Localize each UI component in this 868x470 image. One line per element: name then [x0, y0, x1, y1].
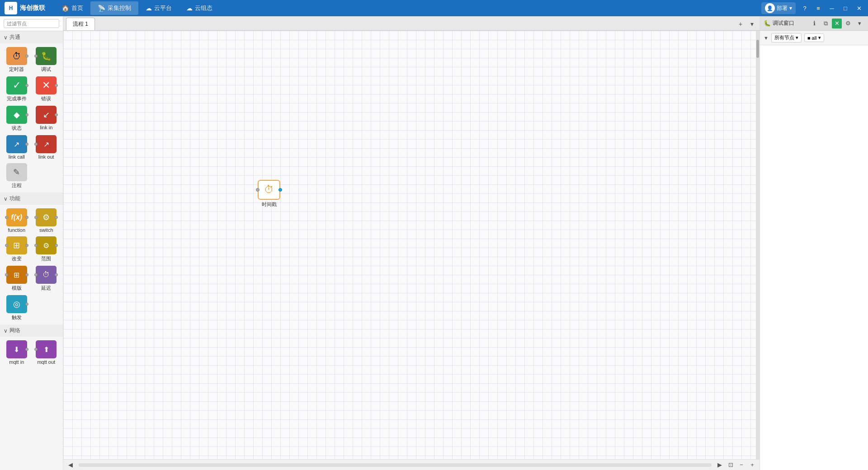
link-call-dot-right — [25, 143, 28, 146]
node-trigger[interactable]: ◎ 触发 — [2, 293, 32, 323]
timer-dot-right — [25, 55, 28, 58]
node-trigger-icon: ◎ — [6, 295, 27, 313]
node-timer[interactable]: ⏱ 定时器 — [2, 45, 32, 75]
window-minimize-button[interactable]: ─ — [827, 4, 836, 13]
debug-clear-button[interactable]: ✕ — [832, 19, 842, 28]
debug-info-button[interactable]: ℹ — [809, 19, 819, 28]
trigger-dot-right — [25, 303, 28, 306]
network-nodes-grid: ⬇ mqtt in ⬆ mqtt out — [0, 337, 63, 368]
node-complete-label: 完成事件 — [7, 95, 27, 102]
scroll-right-button[interactable]: ▶ — [715, 461, 724, 470]
node-range-icon: ⚙ — [36, 236, 57, 254]
user-area[interactable]: 👤 部署 ▾ — [761, 2, 796, 14]
canvas-node-timestamp-label: 时间戳 — [262, 201, 277, 208]
filter-dropdown-icon: ▾ — [796, 35, 798, 41]
range-dot-right — [55, 244, 58, 247]
node-range-label: 范围 — [41, 255, 51, 262]
home-icon: 🏠 — [61, 5, 69, 12]
node-range[interactable]: ⚙ 范围 — [32, 235, 61, 264]
canvas-node-timestamp-icon: ⏱ — [258, 180, 280, 200]
node-template-label: 模版 — [12, 285, 22, 291]
error-dot-right — [55, 84, 58, 87]
tab-actions: + ▾ — [736, 19, 757, 30]
node-comment-label: 注程 — [12, 182, 22, 189]
status-dot-right — [25, 113, 28, 117]
window-close-button[interactable]: ✕ — [854, 4, 863, 13]
node-template[interactable]: ⊞ 模版 — [2, 264, 32, 293]
node-delay-label: 延迟 — [41, 285, 51, 291]
window-maximize-button[interactable]: □ — [841, 4, 850, 13]
switch-dot-left — [34, 216, 38, 219]
search-input[interactable] — [4, 19, 59, 28]
node-debug[interactable]: 🐛 调试 — [32, 45, 61, 75]
canvas-vertical-scrollbar[interactable] — [756, 31, 760, 459]
node-switch[interactable]: ⚙ switch — [32, 207, 61, 235]
node-delay[interactable]: ⏱ 延迟 — [32, 264, 61, 293]
node-mqtt-in-icon: ⬇ — [6, 340, 27, 358]
category-function[interactable]: ∨ 功能 — [0, 193, 63, 205]
right-panel-content — [760, 45, 868, 470]
debug-more-button[interactable]: ▾ — [854, 19, 864, 28]
nav-home[interactable]: 🏠 首页 — [54, 1, 90, 15]
top-nav: H 海创微联 🏠 首页 📡 采集控制 ☁ 云平台 ☁ 云组态 👤 部署 ▾ ? … — [0, 0, 868, 16]
filter-icon: ▼ — [764, 35, 769, 41]
node-function-icon: f(x) — [6, 208, 27, 226]
tab-bar: 流程 1 + ▾ — [63, 16, 760, 31]
node-mqtt-in[interactable]: ⬇ mqtt in — [2, 338, 32, 367]
horizontal-scrollbar[interactable] — [79, 463, 712, 467]
logo-icon: H — [5, 2, 17, 14]
node-link-call[interactable]: ↗ link call — [2, 133, 32, 161]
nav-cloud-state[interactable]: ☁ 云组态 — [179, 1, 220, 15]
node-link-out[interactable]: ↗ link out — [32, 133, 61, 161]
node-status-label: 状态 — [12, 125, 22, 132]
category-common[interactable]: ∨ 共通 — [0, 31, 63, 43]
nav-collect[interactable]: 📡 采集控制 — [90, 1, 138, 15]
filter-all-dropdown-icon: ▾ — [818, 35, 821, 41]
canvas-node-timestamp-dot-left — [256, 188, 259, 192]
tab-flow1[interactable]: 流程 1 — [66, 18, 95, 30]
node-link-in-icon: ↙ — [36, 106, 57, 124]
debug-panel-icon: 🐛 — [764, 20, 771, 27]
node-status-icon: ◆ — [6, 106, 27, 124]
node-switch-icon: ⚙ — [36, 208, 57, 226]
debug-settings-button[interactable]: ⚙ — [843, 19, 853, 28]
node-debug-icon: 🐛 — [36, 47, 57, 65]
node-link-out-icon: ↗ — [36, 135, 57, 153]
category-function-chevron: ∨ — [4, 196, 8, 202]
node-change-label: 改变 — [12, 255, 22, 262]
canvas-node-timestamp[interactable]: ⏱ 时间戳 — [258, 180, 280, 208]
node-trigger-label: 触发 — [12, 314, 22, 321]
filter-all-button[interactable]: ■ all ▾ — [804, 33, 824, 42]
node-function[interactable]: f(x) function — [2, 207, 32, 235]
add-tab-button[interactable]: + — [736, 19, 745, 29]
node-comment[interactable]: ✎ 注程 — [2, 161, 32, 191]
zoom-in-button[interactable]: + — [748, 461, 757, 470]
node-error[interactable]: ✕ 错误 — [32, 75, 61, 104]
user-name: 部署 — [777, 5, 788, 12]
switch-dot-right — [55, 216, 58, 219]
debug-panel-title: 🐛 调试窗口 — [764, 19, 794, 27]
node-status[interactable]: ◆ 状态 — [2, 104, 32, 133]
user-dropdown-icon: ▾ — [789, 5, 792, 11]
canvas-area[interactable]: ⏱ 时间戳 — [63, 31, 760, 459]
range-dot-left — [34, 244, 38, 247]
node-switch-label: switch — [39, 227, 53, 233]
node-change[interactable]: ⊞ 改变 — [2, 235, 32, 264]
category-network[interactable]: ∨ 网络 — [0, 324, 63, 337]
filter-all-text: all — [812, 35, 817, 41]
help-button[interactable]: ? — [800, 4, 809, 13]
scroll-left-button[interactable]: ◀ — [66, 461, 75, 470]
window-menu-button[interactable]: ≡ — [814, 4, 823, 13]
node-link-in[interactable]: ↙ link in — [32, 104, 61, 133]
mqtt-out-dot-left — [34, 348, 38, 351]
zoom-fit-button[interactable]: ⊡ — [726, 461, 735, 470]
zoom-out-button[interactable]: − — [737, 461, 746, 470]
node-mqtt-out[interactable]: ⬆ mqtt out — [32, 338, 61, 367]
filter-all-nodes-button[interactable]: 所有节点 ▾ — [771, 33, 802, 42]
node-complete[interactable]: ✓ 完成事件 — [2, 75, 32, 104]
debug-copy-button[interactable]: ⧉ — [821, 19, 830, 28]
tab-dropdown-button[interactable]: ▾ — [747, 19, 757, 29]
nav-cloud-platform-label: 云平台 — [154, 4, 172, 12]
nav-cloud-platform[interactable]: ☁ 云平台 — [138, 1, 179, 15]
cloud-state-icon: ☁ — [186, 5, 193, 12]
